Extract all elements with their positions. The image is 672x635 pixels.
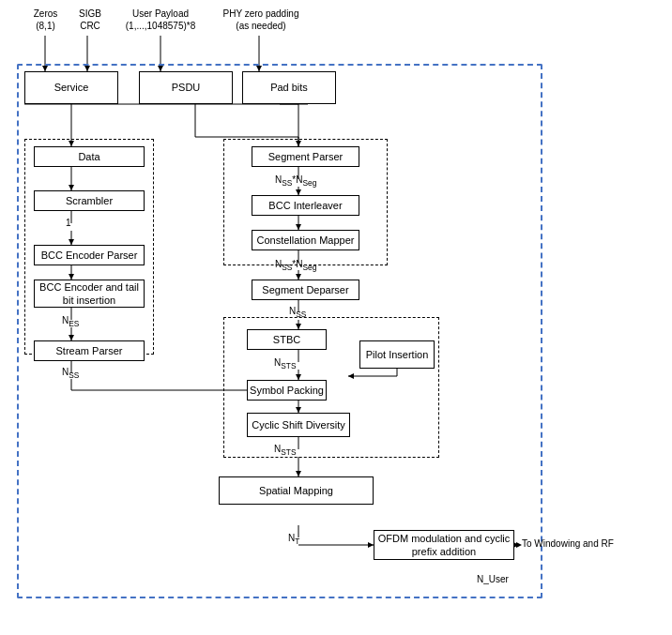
user-payload-label: User Payload (1,...,1048575)*8 xyxy=(118,8,203,32)
data-box: Data xyxy=(34,146,145,167)
constellation-mapper-box: Constellation Mapper xyxy=(252,230,359,250)
n-user-label: N_User xyxy=(477,574,509,584)
stbc-box: STBC xyxy=(247,329,327,350)
spatial-mapping-box: Spatial Mapping xyxy=(219,476,374,505)
sigb-crc-label: SIGB CRC xyxy=(71,8,109,32)
bcc-interleaver-box: BCC Interleaver xyxy=(252,195,359,216)
diagram: Zeros (8,1) SIGB CRC User Payload (1,...… xyxy=(8,8,664,627)
cyclic-shift-diversity-box: Cyclic Shift Diversity xyxy=(247,413,350,437)
n-sts-label-bottom: NSTS xyxy=(274,444,296,457)
stream-parser-box: Stream Parser xyxy=(34,340,145,361)
n-sts-label-top: NSTS xyxy=(274,357,296,370)
n-ss-label-left: NSS xyxy=(62,367,79,380)
label-1: 1 xyxy=(66,218,71,228)
symbol-packing-box: Symbol Packing xyxy=(247,380,327,401)
segment-parser-box: Segment Parser xyxy=(252,146,359,167)
bcc-encoder-parser-box: BCC Encoder Parser xyxy=(34,245,145,265)
n-t-label: NT xyxy=(288,533,299,546)
ofdm-modulation-box: OFDM modulation and cyclic prefix additi… xyxy=(374,530,514,560)
segment-deparser-box: Segment Deparser xyxy=(252,280,359,300)
n-ss-n-seg-1: NSS*NSeg xyxy=(275,174,316,188)
zeros-label: Zeros (8,1) xyxy=(24,8,67,32)
to-windowing-label: To Windowing and RF xyxy=(522,538,614,549)
n-ss-label-center: NSS xyxy=(289,306,306,319)
n-ss-n-seg-2: NSS*NSeg xyxy=(275,259,316,272)
phy-zero-padding-label: PHY zero padding (as needed) xyxy=(219,8,303,32)
scrambler-box: Scrambler xyxy=(34,190,145,211)
n-es-label: NES xyxy=(62,315,79,328)
bcc-encoder-tail-box: BCC Encoder and tail bit insertion xyxy=(34,280,145,308)
pilot-insertion-box: Pilot Insertion xyxy=(359,340,435,369)
